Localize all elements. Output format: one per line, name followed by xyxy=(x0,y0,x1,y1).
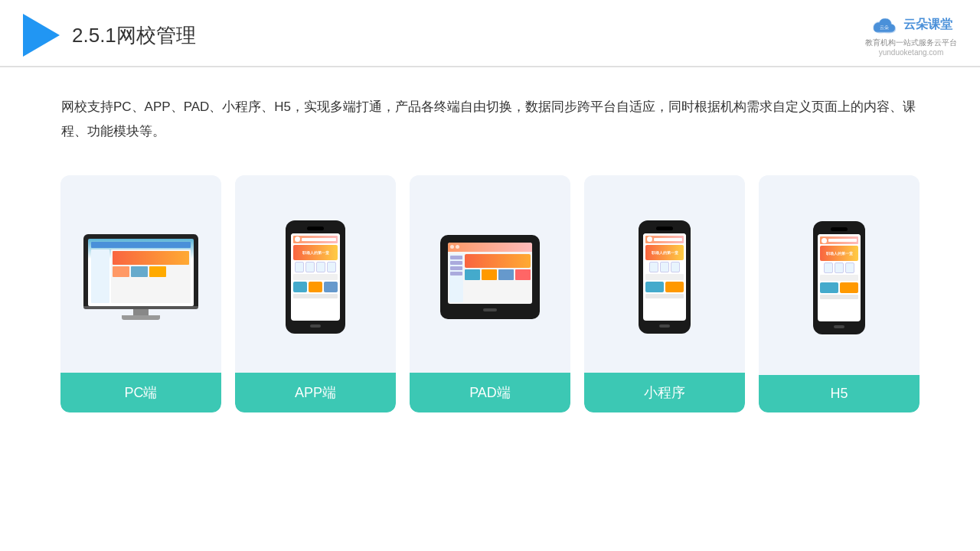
page-title: 2.5.1网校管理 xyxy=(72,22,196,49)
h5-screen-content: 职场人的第一堂 xyxy=(818,234,861,302)
miniprogram-phone-screen: 职场人的第一堂 xyxy=(643,233,686,321)
miniprogram-ph-cards xyxy=(645,282,684,292)
app-ph-banner-text: 职场人的第一堂 xyxy=(302,250,329,255)
h5-ph-title xyxy=(828,239,857,242)
h5-phone-outer: 职场人的第一堂 xyxy=(813,221,865,334)
card-label-miniprogram: 小程序 xyxy=(584,373,745,412)
h5-ph-icon-3 xyxy=(845,262,854,273)
brand-tagline: 教育机构一站式服务云平台 xyxy=(865,37,957,48)
pad-sidebar-item-1 xyxy=(450,256,462,259)
cards-container: PC端 职场人的第一堂 xyxy=(0,160,980,428)
h5-ph-avatar xyxy=(822,238,827,243)
pad-sidebar-item-2 xyxy=(450,261,462,265)
pc-sidebar xyxy=(91,249,109,303)
app-ph-banner: 职场人的第一堂 xyxy=(293,245,338,260)
pc-item-1 xyxy=(113,266,129,277)
h5-ph-block2 xyxy=(820,295,858,299)
app-ph-icon-2 xyxy=(305,262,315,272)
pc-screen-inner xyxy=(88,239,194,306)
card-app: 职场人的第一堂 xyxy=(235,175,396,412)
logo-triangle-icon xyxy=(23,14,60,57)
pad-sidebar-item-4 xyxy=(450,272,462,276)
miniprogram-ph-banner-text: 职场人的第一堂 xyxy=(652,250,678,255)
pad-tab-body xyxy=(448,253,532,304)
app-ph-icon-4 xyxy=(327,262,336,272)
header: 2.5.1网校管理 云朵 云朵课堂 教育机构一站式服务云平台 yunduoket… xyxy=(0,0,980,67)
app-ph-avatar xyxy=(295,236,300,242)
app-phone-outer: 职场人的第一堂 xyxy=(286,220,345,334)
miniprogram-phone-outer: 职场人的第一堂 xyxy=(639,220,691,334)
app-ph-block2 xyxy=(293,294,338,298)
pad-tab-banner xyxy=(465,254,531,268)
pc-neck xyxy=(133,309,149,315)
card-label-app: APP端 xyxy=(235,373,396,412)
miniprogram-image-area: 职场人的第一堂 xyxy=(584,175,745,373)
miniprogram-phone-mockup: 职场人的第一堂 xyxy=(638,220,691,334)
card-miniprogram: 职场人的第一堂 xyxy=(584,175,745,412)
pad-tab-cards xyxy=(465,269,531,280)
pc-screen-content xyxy=(88,239,194,306)
app-ph-card-3 xyxy=(324,282,338,292)
h5-ph-card-2 xyxy=(840,282,858,293)
pad-image-area xyxy=(410,175,570,373)
app-ph-icons xyxy=(293,262,338,272)
h5-home-btn xyxy=(834,325,844,328)
card-label-h5: H5 xyxy=(759,375,920,412)
miniprogram-ph-banner: 职场人的第一堂 xyxy=(645,245,684,260)
pad-tab-card-2 xyxy=(482,269,497,280)
pad-tab-nav xyxy=(448,243,532,252)
h5-image-area: 职场人的第一堂 xyxy=(759,175,920,375)
pc-mockup xyxy=(83,234,198,320)
miniprogram-ph-title xyxy=(654,238,682,241)
miniprogram-ph-card-1 xyxy=(645,282,664,292)
header-left: 2.5.1网校管理 xyxy=(23,14,196,57)
pc-stand xyxy=(122,315,160,320)
miniprogram-ph-icons xyxy=(645,262,684,272)
app-image-area: 职场人的第一堂 xyxy=(235,175,396,373)
miniprogram-home-btn xyxy=(659,324,670,328)
description-text: 网校支持PC、APP、PAD、小程序、H5，实现多端打通，产品各终端自由切换，数… xyxy=(0,67,980,160)
app-ph-card-2 xyxy=(309,282,322,292)
app-phone-mockup: 职场人的第一堂 xyxy=(285,220,346,334)
h5-ph-header xyxy=(820,236,858,244)
pad-tab-sidebar xyxy=(449,254,463,302)
pc-banner xyxy=(113,251,189,265)
app-screen-content: 职场人的第一堂 xyxy=(291,233,340,301)
h5-ph-icon-1 xyxy=(824,262,833,273)
brand-logo: 云朵 云朵课堂 xyxy=(870,15,952,36)
brand-url: yunduoketang.com xyxy=(879,48,944,57)
miniprogram-ph-block1 xyxy=(645,274,684,280)
pc-image-area xyxy=(60,175,221,373)
h5-ph-banner: 职场人的第一堂 xyxy=(820,246,858,261)
miniprogram-ph-block2 xyxy=(645,294,684,298)
miniprogram-ph-header xyxy=(645,236,684,243)
h5-ph-icon-2 xyxy=(835,262,844,273)
h5-phone-screen: 职场人的第一堂 xyxy=(818,234,861,321)
h5-ph-block1 xyxy=(820,275,858,281)
pc-main xyxy=(111,249,191,303)
pad-home-btn xyxy=(483,308,497,311)
pad-tab-card-3 xyxy=(498,269,514,280)
card-pad: PAD端 xyxy=(410,175,570,412)
app-ph-cards xyxy=(293,282,338,292)
h5-ph-cards xyxy=(820,282,858,293)
h5-phone-mockup: 职场人的第一堂 xyxy=(812,221,866,334)
pad-tab-main xyxy=(465,254,531,302)
pc-nav-bar xyxy=(91,242,191,248)
h5-phone-notch xyxy=(831,227,848,231)
pad-tablet-content xyxy=(448,243,532,304)
app-home-btn xyxy=(310,324,321,328)
h5-ph-icons xyxy=(820,262,858,273)
miniprogram-ph-icon-3 xyxy=(671,262,680,272)
app-ph-block1 xyxy=(293,274,338,280)
pad-sidebar-item-3 xyxy=(450,266,462,270)
pad-nav-dot-1 xyxy=(450,245,454,249)
pc-item-2 xyxy=(131,266,148,277)
pc-screen-outer xyxy=(83,234,198,306)
pc-items xyxy=(113,266,189,277)
cloud-icon: 云朵 xyxy=(870,15,899,36)
pc-content-row xyxy=(91,249,191,303)
h5-ph-banner-text: 职场人的第一堂 xyxy=(826,251,853,256)
app-phone-notch xyxy=(307,227,324,230)
pc-item-3 xyxy=(149,266,166,277)
